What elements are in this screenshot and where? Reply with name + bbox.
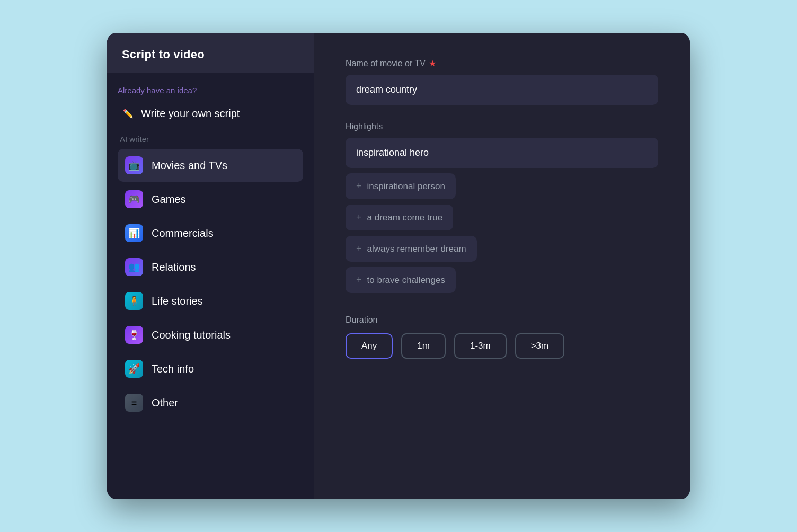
nav-list: 📺 Movies and TVs 🎮 Games 📊 Commercials 👥…	[118, 149, 303, 419]
app-container: Script to video Already have an idea? ✏️…	[107, 33, 690, 499]
required-star: ★	[429, 58, 436, 68]
nav-item-label-other: Other	[152, 397, 178, 409]
sidebar-item-movies[interactable]: 📺 Movies and TVs	[118, 149, 303, 182]
sidebar-item-tech[interactable]: 🚀 Tech info	[118, 352, 303, 385]
chip-label: inspirational person	[367, 181, 445, 192]
write-label: Write your own script	[141, 108, 240, 120]
sidebar-item-commercials[interactable]: 📊 Commercials	[118, 217, 303, 250]
highlight-chip-2[interactable]: +always remember dream	[346, 236, 477, 262]
ai-writer-label: AI writer	[118, 135, 303, 144]
cooking-icon: 🍷	[125, 326, 143, 344]
sidebar-body: Already have an idea? ✏️ Write your own …	[107, 73, 314, 499]
highlights-label: Highlights	[346, 122, 658, 131]
chips-row: +inspirational person+a dream come true+…	[346, 173, 658, 298]
main-content: Name of movie or TV ★ Highlights +inspir…	[314, 33, 690, 499]
plus-icon: +	[356, 243, 362, 254]
duration-label: Duration	[346, 315, 658, 325]
nav-item-label-movies: Movies and TVs	[152, 159, 227, 172]
commercials-icon: 📊	[125, 224, 143, 242]
highlight-chip-0[interactable]: +inspirational person	[346, 173, 456, 199]
relations-icon: 👥	[125, 258, 143, 276]
sidebar-title: Script to video	[122, 48, 205, 61]
nav-item-label-cooking: Cooking tutorials	[152, 329, 231, 341]
sidebar: Script to video Already have an idea? ✏️…	[107, 33, 314, 499]
highlight-chip-3[interactable]: +to brave challenges	[346, 267, 456, 293]
duration-btn-13m[interactable]: 1-3m	[454, 333, 507, 359]
sidebar-item-games[interactable]: 🎮 Games	[118, 183, 303, 216]
duration-section: Duration Any1m1-3m>3m	[346, 315, 658, 359]
nav-item-label-life: Life stories	[152, 295, 203, 307]
plus-icon: +	[356, 181, 362, 192]
movie-name-input[interactable]	[346, 75, 658, 105]
life-icon: 🧍	[125, 292, 143, 310]
nav-item-label-relations: Relations	[152, 261, 196, 273]
highlight-chip-1[interactable]: +a dream come true	[346, 205, 453, 230]
sidebar-item-relations[interactable]: 👥 Relations	[118, 251, 303, 283]
pencil-icon: ✏️	[123, 109, 134, 119]
sidebar-header: Script to video	[107, 33, 314, 73]
chip-label: a dream come true	[367, 212, 443, 223]
plus-icon: +	[356, 212, 362, 223]
sidebar-item-life[interactable]: 🧍 Life stories	[118, 285, 303, 317]
games-icon: 🎮	[125, 190, 143, 208]
nav-item-label-commercials: Commercials	[152, 227, 214, 240]
nav-item-label-tech: Tech info	[152, 363, 194, 375]
duration-btn-1m[interactable]: 1m	[401, 333, 446, 359]
duration-btn-any[interactable]: Any	[346, 333, 393, 359]
other-icon: ≡	[125, 394, 143, 412]
nav-item-label-games: Games	[152, 193, 185, 206]
write-own-script-item[interactable]: ✏️ Write your own script	[118, 103, 303, 124]
chip-label: to brave challenges	[367, 275, 445, 286]
tech-icon: 🚀	[125, 360, 143, 378]
sidebar-item-other[interactable]: ≡ Other	[118, 386, 303, 419]
already-label: Already have an idea?	[118, 86, 303, 95]
movies-icon: 📺	[125, 156, 143, 174]
duration-btn-3m[interactable]: >3m	[515, 333, 565, 359]
highlights-section: Highlights +inspirational person+a dream…	[346, 122, 658, 298]
chip-label: always remember dream	[367, 244, 466, 254]
duration-options: Any1m1-3m>3m	[346, 333, 658, 359]
sidebar-item-cooking[interactable]: 🍷 Cooking tutorials	[118, 318, 303, 351]
plus-icon: +	[356, 274, 362, 286]
highlight-active-input[interactable]	[346, 138, 658, 168]
movie-name-label: Name of movie or TV ★	[346, 58, 658, 68]
